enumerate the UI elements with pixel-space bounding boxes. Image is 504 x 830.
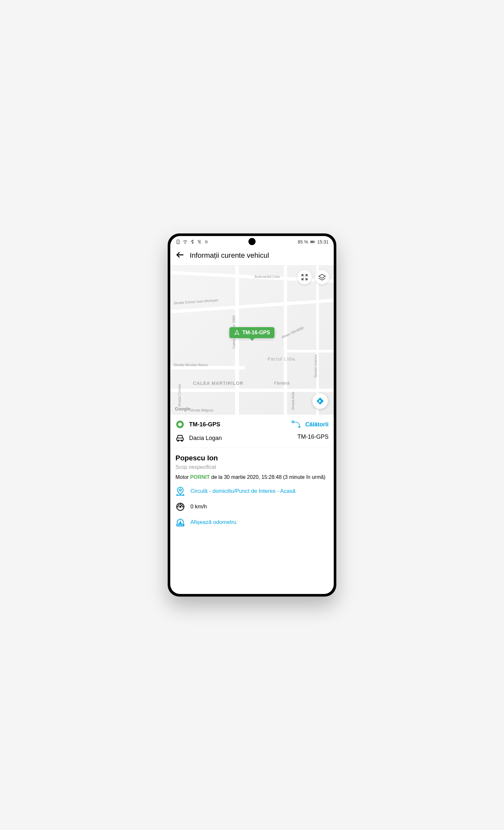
speed-row: 0 km/h	[176, 502, 328, 512]
google-attribution: Google	[175, 406, 190, 411]
svg-point-27	[178, 505, 179, 506]
svg-point-18	[181, 440, 183, 441]
wifi-icon	[183, 239, 188, 245]
map-area-label: Parcul Lidia	[267, 356, 295, 361]
vehicle-map-marker[interactable]: TM-16-GPS	[229, 327, 274, 338]
engine-status: PORNIT	[190, 474, 210, 480]
svg-point-20	[179, 489, 181, 491]
svg-point-28	[182, 505, 182, 506]
driver-name: Popescu Ion	[176, 454, 328, 462]
map-street-label: Strada Aida	[291, 392, 295, 410]
sim-alert-icon	[176, 239, 181, 245]
directions-button[interactable]	[312, 393, 328, 409]
battery-icon	[310, 239, 315, 245]
svg-point-25	[183, 506, 183, 507]
speedometer-icon	[176, 502, 185, 512]
nfc-icon	[204, 239, 209, 245]
map-area-label: Fântână	[274, 381, 290, 385]
tracker-status-icon	[176, 420, 185, 429]
map-street-label: Strada Doctor Ioan Mureșan	[174, 298, 219, 305]
svg-point-26	[180, 504, 181, 505]
vehicle-model: Dacia Logan	[189, 435, 222, 442]
map-street-label: Strada Crivaia	[178, 384, 181, 407]
car-icon	[176, 434, 185, 443]
back-button[interactable]	[176, 250, 185, 261]
mute-icon	[197, 239, 202, 245]
svg-marker-13	[319, 274, 325, 278]
svg-rect-6	[311, 241, 314, 243]
odometer-row[interactable]: Afișează odometru	[176, 517, 328, 527]
map-street-label: Strada Nicolae Iliescu	[174, 363, 208, 367]
svg-rect-7	[315, 241, 315, 242]
svg-point-3	[185, 244, 185, 244]
vehicle-header: TM-16-GPS Dacia Logan Călătorii TM-16-G	[170, 415, 334, 448]
trips-label: Călătorii	[305, 421, 328, 428]
bluetooth-icon	[190, 239, 195, 245]
location-row[interactable]: Circulă - domiciliu/Punct de Interes - A…	[176, 486, 328, 496]
location-pin-icon	[176, 486, 185, 496]
layers-button[interactable]	[315, 270, 329, 284]
battery-percentage: 85 %	[298, 239, 308, 245]
driver-scope: Scop nespecificat	[176, 464, 328, 470]
clock-time: 15:31	[317, 239, 328, 245]
vehicle-plate: TM-16-GPS	[291, 434, 328, 440]
map-street-label: Strada Uranus	[314, 355, 317, 378]
page-title: Informații curente vehicul	[190, 251, 269, 260]
trips-link[interactable]: Călătorii	[291, 420, 328, 429]
app-header: Informații curente vehicul	[170, 246, 334, 265]
svg-line-4	[198, 240, 201, 244]
map-view[interactable]: Bulevardul Liviu Strada Doctor Ioan Mure…	[170, 265, 334, 415]
driver-section: Popescu Ion Scop nespecificat Motor PORN…	[170, 448, 334, 533]
speed-value: 0 km/h	[190, 504, 207, 510]
svg-point-17	[178, 440, 179, 441]
svg-point-30	[180, 523, 181, 524]
odometer-icon	[176, 517, 185, 527]
map-street-label: Strada Măgura	[190, 408, 213, 412]
vehicle-gps-id: TM-16-GPS	[189, 421, 220, 428]
svg-point-15	[178, 422, 182, 426]
odometer-label: Afișează odometru	[190, 519, 237, 525]
engine-status-line: Motor PORNIT de la 30 martie 2020, 15:28…	[176, 473, 328, 481]
svg-point-24	[178, 506, 178, 507]
location-text: Circulă - domiciliu/Punct de Interes - A…	[190, 488, 295, 494]
fullscreen-button[interactable]	[297, 270, 312, 284]
map-area-label: CALEA MARTIRILOR	[193, 381, 243, 386]
map-street-label: Bulevardul Liviu	[255, 275, 280, 279]
vehicle-marker-label: TM-16-GPS	[242, 330, 270, 336]
